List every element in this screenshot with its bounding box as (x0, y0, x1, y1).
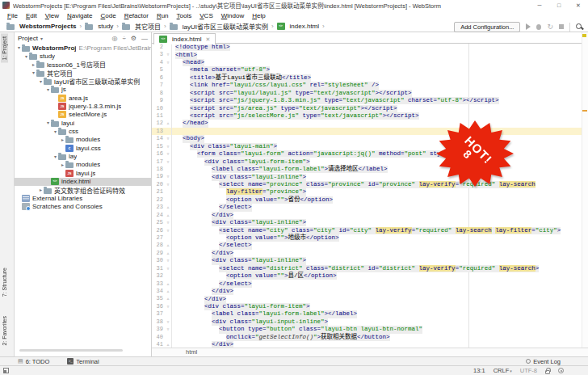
menu-run[interactable]: Run (153, 12, 173, 19)
menu-vcs[interactable]: VCS (195, 12, 216, 19)
debug-icon[interactable] (536, 24, 541, 30)
chevron-right-icon[interactable]: ▸ (60, 161, 65, 169)
code-line[interactable]: 7<link href="layui/css/layui.css" rel="s… (152, 82, 588, 89)
code-line[interactable]: 25▿<div class="layui-inline"> (152, 219, 588, 226)
fold-marker-icon[interactable]: ▵ (165, 212, 172, 219)
menu-help[interactable]: Help (248, 12, 269, 19)
code-line[interactable]: 38▿<div class="layui-input-inline"> (152, 318, 588, 326)
tree-item[interactable]: layui.css (15, 144, 151, 152)
tree-item[interactable]: selectMore.js (15, 111, 151, 119)
code-line[interactable]: 5<meta charset="utf-8"> (152, 66, 588, 74)
code-line[interactable]: 22<option value="">省份</option> (152, 196, 588, 204)
tree-item[interactable]: layui.js (15, 169, 151, 177)
code-line[interactable]: 37<label class="layui-form-label"></labe… (152, 310, 588, 318)
fold-marker-icon[interactable]: ▵ (165, 250, 172, 257)
stripe-tab-project[interactable]: 1: Project (1, 34, 8, 63)
fold-marker-icon[interactable]: ▵ (165, 295, 172, 302)
code-line[interactable]: 14▿<body> (152, 135, 588, 142)
code-line[interactable]: 2<!doctype html> (152, 44, 588, 51)
code-line[interactable]: 4▿<head> (152, 59, 588, 66)
code-line[interactable]: 19▿<div class="layui-inline"> (152, 173, 588, 180)
code-line[interactable]: 28▵</select> (152, 242, 588, 249)
tree-item[interactable]: ▸lesson06_1号店项目 (15, 61, 151, 69)
chevron-down-icon[interactable]: ▾ (23, 53, 29, 61)
fold-marker-icon[interactable]: ▿ (165, 318, 172, 326)
chevron-down-icon[interactable]: ▾ (40, 36, 43, 41)
window-maximize-button[interactable]: □ (549, 0, 569, 11)
tool-window-toggle-icon[interactable] (3, 368, 9, 373)
tree-item[interactable]: ▾layUI省市区三级联动菜单实例 (15, 77, 151, 85)
chevron-right-icon[interactable]: ▸ (60, 136, 65, 144)
code-line[interactable]: 18<label class="layui-form-label">请选择地区<… (152, 166, 588, 173)
menu-file[interactable]: File (3, 12, 22, 19)
fold-marker-icon[interactable]: ▵ (165, 242, 172, 249)
chevron-down-icon[interactable]: ▾ (38, 78, 44, 86)
fold-marker-icon[interactable]: ▿ (165, 173, 172, 180)
project-view-title[interactable]: Project (18, 35, 38, 42)
fold-marker-icon[interactable]: ▿ (165, 219, 172, 226)
fold-marker-icon[interactable]: ▿ (165, 227, 172, 234)
chevron-down-icon[interactable]: ▾ (52, 153, 58, 161)
fold-marker-icon[interactable]: ▵ (165, 280, 172, 288)
tree-item[interactable]: External Libraries (15, 194, 151, 202)
todo-tool-button[interactable]: ▤ 6: TODO (18, 358, 49, 365)
tree-item[interactable]: area.js (15, 94, 151, 102)
tree-item[interactable]: ▾css (15, 127, 151, 135)
breadcrumb-item[interactable]: index.html (277, 23, 319, 30)
tab-index-html[interactable]: index.html ✕ (153, 33, 216, 44)
chevron-down-icon[interactable]: ▾ (52, 128, 58, 136)
fold-marker-icon[interactable]: ▵ (165, 204, 172, 211)
event-log-button[interactable]: Event Log (526, 358, 561, 365)
breadcrumb-item[interactable]: layUI省市区三级联动菜单实例 (170, 22, 268, 31)
code-line[interactable]: 11<script src="js/selectMore.js" type="t… (152, 112, 588, 120)
tree-item[interactable]: ▾lay (15, 152, 151, 160)
window-minimize-button[interactable]: ─ (530, 0, 549, 11)
terminal-tool-button[interactable]: Terminal (67, 358, 99, 365)
menu-navigate[interactable]: Navigate (63, 12, 97, 19)
code-line[interactable]: 8<script src="layui/layui.js" type="text… (152, 90, 588, 97)
code-line[interactable]: 21lay-filter="province"> (152, 188, 588, 196)
inspection-indicator-icon[interactable] (582, 34, 586, 37)
code-line[interactable]: 39▿<button type="button" class="layui-bt… (152, 326, 588, 333)
gear-icon[interactable]: ⚙ (131, 35, 136, 42)
lock-icon[interactable] (545, 370, 550, 374)
code-line[interactable]: 24▵</div> (152, 212, 588, 219)
tree-item[interactable]: ▾其它项目 (15, 69, 151, 77)
menu-window[interactable]: Window (217, 12, 248, 19)
code-line[interactable]: 3▿<html> (152, 51, 588, 58)
code-editor[interactable]: 2<!doctype html>3▿<html>4▿<head>5<meta c… (152, 44, 588, 348)
fold-marker-icon[interactable]: ▿ (165, 143, 172, 150)
fold-marker-icon[interactable]: ▵ (165, 120, 172, 127)
tree-item[interactable]: jquery-1.8.3.min.js (15, 102, 151, 110)
chevron-down-icon[interactable]: ▾ (31, 69, 36, 77)
coverage-icon[interactable]: ↻ (547, 23, 553, 31)
chevron-down-icon[interactable]: ▾ (45, 119, 51, 127)
tree-item[interactable]: ▸modules (15, 161, 151, 169)
fold-marker-icon[interactable]: ▿ (165, 326, 172, 333)
chevron-down-icon[interactable]: ▾ (16, 44, 22, 52)
fold-marker-icon[interactable]: ▿ (165, 150, 172, 158)
locate-file-icon[interactable]: ◎ (111, 35, 117, 42)
menu-edit[interactable]: Edit (22, 12, 41, 19)
tree-item[interactable]: ▸modules (15, 136, 151, 144)
menu-refactor[interactable]: Refactor (120, 12, 153, 19)
menu-code[interactable]: Code (97, 12, 120, 19)
close-icon[interactable]: ✕ (205, 36, 210, 43)
line-separator-widget[interactable]: CRLF▾ (494, 367, 512, 374)
encoding-widget[interactable]: UTF-8 (520, 367, 537, 374)
fold-marker-icon[interactable]: ▿ (165, 135, 172, 142)
fold-marker-icon[interactable]: ▿ (165, 303, 172, 310)
breadcrumb-item[interactable]: study (85, 23, 113, 30)
horizontal-scrollbar[interactable] (19, 349, 123, 352)
warning-stripe-mark[interactable] (582, 110, 587, 112)
code-line[interactable]: 33▵</select> (152, 280, 588, 288)
tree-item[interactable]: ▾study (15, 52, 151, 60)
code-line[interactable]: 27<option value="">地级市</option> (152, 234, 588, 242)
tree-item[interactable]: ▸英文数字组合验证码特效 (15, 186, 151, 194)
chevron-right-icon[interactable]: ▸ (31, 61, 36, 69)
code-line[interactable]: 15▿<div class="layui-main"> (152, 143, 588, 150)
code-line[interactable]: 34▵</div> (152, 288, 588, 295)
fold-marker-icon[interactable]: ▿ (165, 265, 172, 272)
menu-tools[interactable]: Tools (173, 12, 196, 19)
tree-item[interactable]: ▾js (15, 86, 151, 94)
